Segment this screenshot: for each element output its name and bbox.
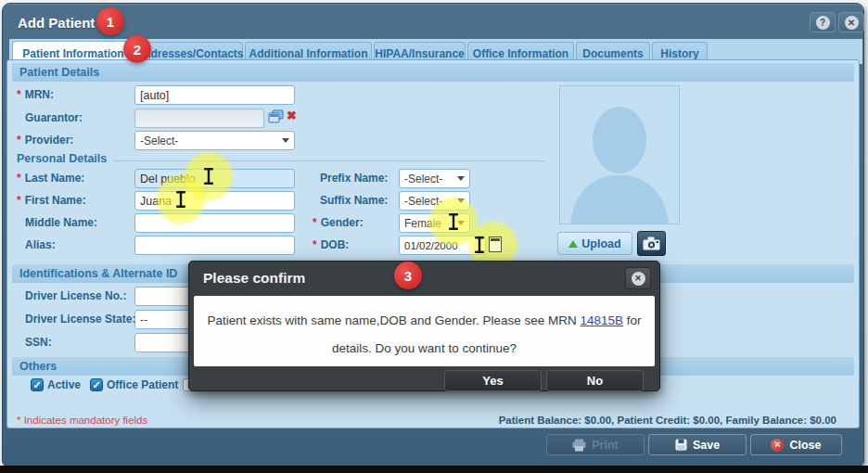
- calendar-icon[interactable]: [489, 236, 502, 252]
- prefix-label: Prefix Name:: [320, 169, 388, 188]
- suffix-select-value: -Select-: [404, 195, 442, 208]
- ssn-label: SSN:: [25, 333, 52, 352]
- first-name-label: *First Name:: [17, 191, 86, 211]
- text-cursor-icon: [449, 213, 458, 230]
- suffix-label: Suffix Name:: [320, 191, 388, 211]
- guarantor-lookup-icon[interactable]: [268, 109, 284, 128]
- text-cursor-icon: [176, 191, 185, 208]
- required-asterisk: *: [17, 88, 21, 101]
- close-icon: ✕: [845, 16, 859, 30]
- active-checkbox[interactable]: [31, 378, 44, 391]
- save-icon: [675, 439, 687, 451]
- annotation-badge-2: 2: [123, 35, 151, 63]
- window-close-button[interactable]: ✕: [838, 12, 864, 32]
- provider-label-text: Provider:: [25, 134, 74, 147]
- help-button[interactable]: ?: [810, 12, 836, 32]
- mrn-label: *MRN:: [17, 85, 54, 105]
- mrn-label-text: MRN:: [25, 88, 54, 101]
- text-cursor-icon: [475, 236, 484, 253]
- yes-button[interactable]: Yes: [444, 370, 542, 391]
- required-asterisk: *: [17, 194, 21, 207]
- annotation-badge-1: 1: [96, 7, 124, 35]
- last-name-label-text: Last Name:: [25, 172, 85, 185]
- driver-license-no-label: Driver License No.:: [25, 287, 126, 306]
- active-checkbox-label: Active: [47, 378, 81, 391]
- print-button[interactable]: Print: [546, 434, 645, 455]
- required-asterisk: *: [17, 172, 21, 185]
- mandatory-fields-note: * Indicates mandatory fields: [17, 415, 147, 426]
- first-name-label-text: First Name:: [25, 194, 86, 207]
- chevron-down-icon: [457, 221, 465, 225]
- first-name-input[interactable]: [134, 191, 295, 211]
- section-personal-details: Personal Details: [17, 152, 107, 165]
- no-button[interactable]: No: [546, 370, 644, 391]
- help-icon: ?: [816, 16, 830, 30]
- suffix-select[interactable]: -Select-: [399, 191, 470, 211]
- guarantor-clear-icon[interactable]: ✖: [287, 109, 297, 123]
- chevron-down-icon: [457, 176, 465, 181]
- provider-label: *Provider:: [17, 131, 73, 150]
- annotation-badge-3: 3: [394, 262, 422, 289]
- camera-icon: [643, 236, 660, 250]
- print-button-label: Print: [592, 439, 618, 452]
- alias-input[interactable]: [134, 236, 295, 255]
- close-circle-icon: [771, 439, 784, 452]
- section-divider: [113, 160, 545, 161]
- middle-name-input[interactable]: [134, 213, 295, 233]
- alias-label: Alias:: [25, 236, 56, 255]
- upload-photo-button[interactable]: Upload: [557, 232, 632, 255]
- required-asterisk: *: [17, 134, 21, 147]
- guarantor-input: [134, 109, 264, 128]
- dialog-close-button[interactable]: ✕: [625, 267, 651, 289]
- text-cursor-icon: [204, 168, 213, 185]
- person-silhouette-icon: [560, 86, 679, 224]
- balance-summary: Patient Balance: $0.00, Patient Credit: …: [499, 415, 836, 426]
- required-asterisk: *: [313, 238, 317, 251]
- driver-license-state-label: Driver License State:: [25, 310, 135, 329]
- middle-name-label: Middle Name:: [25, 213, 97, 233]
- save-button[interactable]: Save: [648, 434, 747, 455]
- confirm-dialog: Please confirm ✕ Patient exists with sam…: [188, 261, 660, 391]
- screen-bottom-edge: [0, 466, 868, 473]
- upload-arrow-icon: [568, 240, 578, 248]
- gender-label-text: Gender:: [321, 216, 364, 229]
- dob-label: *DOB:: [313, 236, 349, 255]
- prefix-select[interactable]: -Select-: [399, 169, 470, 188]
- office-patient-checkbox-label: Office Patient: [107, 378, 178, 391]
- dialog-title: Please confirm: [203, 270, 305, 287]
- gender-select[interactable]: Female: [399, 213, 470, 233]
- close-icon: ✕: [632, 272, 645, 286]
- office-patient-checkbox[interactable]: [90, 378, 103, 391]
- camera-button[interactable]: [637, 231, 666, 256]
- chevron-down-icon: [457, 198, 465, 203]
- last-name-input[interactable]: [134, 169, 295, 188]
- dob-label-text: DOB:: [321, 238, 350, 251]
- chevron-down-icon: [282, 138, 289, 143]
- mrn-input[interactable]: [134, 85, 295, 105]
- gender-select-value: Female: [404, 217, 441, 230]
- section-patient-details: Patient Details: [12, 63, 854, 82]
- window-title: Add Patient: [18, 15, 95, 31]
- close-button-label: Close: [789, 439, 821, 452]
- dob-input[interactable]: [399, 236, 486, 255]
- driver-license-state-value: --: [140, 313, 147, 326]
- gender-label: *Gender:: [313, 213, 364, 233]
- printer-icon: [572, 439, 586, 452]
- provider-select-value: -Select-: [140, 134, 178, 147]
- last-name-label: *Last Name:: [17, 169, 84, 188]
- patient-photo-placeholder: [559, 85, 680, 224]
- dialog-message: Patient exists with same name,DOB and Ge…: [194, 296, 655, 366]
- required-asterisk: *: [313, 216, 317, 229]
- mrn-link[interactable]: 14815B: [581, 313, 624, 327]
- save-button-label: Save: [693, 439, 720, 452]
- screenshot-root: Add Patient ? ✕ Patient Information Addr…: [0, 0, 868, 473]
- close-button[interactable]: Close: [750, 434, 842, 455]
- prefix-select-value: -Select-: [404, 173, 442, 185]
- upload-button-label: Upload: [581, 237, 620, 250]
- guarantor-label: Guarantor:: [25, 109, 83, 128]
- dialog-message-text-before: Patient exists with same name,DOB and Ge…: [207, 313, 580, 327]
- provider-select[interactable]: -Select-: [134, 131, 295, 150]
